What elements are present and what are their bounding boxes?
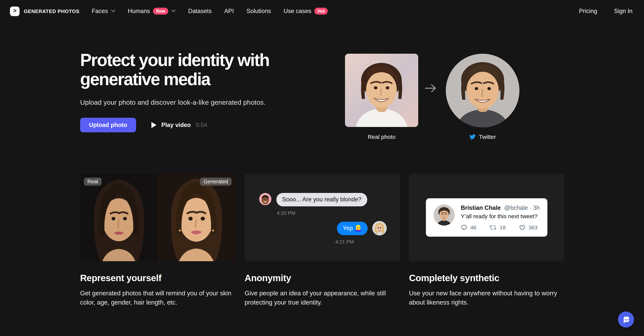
feature-description: Use your new face anywhere without havin… [409, 289, 564, 307]
feature-description: Give people an idea of your appearance, … [244, 289, 400, 307]
nav-item-label: Solutions [246, 8, 271, 15]
tweet-stats-row: 46 18 363 [461, 224, 540, 231]
tweet-text: Y’all ready for this next tweet? [461, 213, 540, 219]
play-video-label: Play video [162, 122, 191, 129]
hero-copy: Protect your identity with generative me… [80, 51, 302, 132]
feature-completely-synthetic: Bristian Chale @bchale · 3h Y’all ready … [409, 174, 564, 307]
features-section: Real Generated Represent yourself Get ge… [0, 174, 644, 307]
chat-avatar-out [372, 221, 387, 235]
tweet-likes: 363 [519, 224, 538, 231]
nav-item-sign-in[interactable]: Sign In [614, 8, 632, 15]
heart-icon [519, 224, 525, 231]
nav-item-solutions[interactable]: Solutions [246, 8, 271, 15]
hot-badge: Hot [314, 8, 328, 15]
arrow-right-icon [425, 84, 438, 93]
chat-avatar-in [259, 193, 272, 205]
brand-name: GENERATED PHOTOS [24, 8, 80, 14]
real-photo-image [345, 54, 418, 127]
nav-right-group: Pricing Sign In [579, 8, 632, 15]
nav-item-humans[interactable]: Humans New [128, 8, 176, 15]
real-tag: Real [84, 178, 102, 186]
nav-item-datasets[interactable]: Datasets [188, 8, 212, 15]
real-photo-caption: Real photo [345, 134, 418, 140]
incoming-message-bubble: Sooo... Are you really blonde? [276, 193, 367, 206]
chevron-down-icon [111, 10, 115, 13]
chat-launcher-button[interactable] [618, 311, 634, 327]
tweet-retweets: 18 [490, 224, 506, 231]
nav-item-label: Datasets [188, 8, 212, 15]
outgoing-message-time: 4:21 PM [259, 239, 387, 245]
nav-item-use-cases[interactable]: Use cases Hot [284, 8, 328, 15]
outgoing-message-row: Yep 👱‍♀️ [259, 221, 387, 235]
twitter-caption-label: Twitter [479, 134, 496, 140]
new-badge: New [153, 8, 168, 15]
nav-item-label: Humans [128, 8, 150, 15]
play-icon [152, 122, 156, 128]
nav-item-pricing[interactable]: Pricing [579, 8, 597, 15]
hero-title-line2: generative media [80, 70, 210, 89]
chat-bubble-smile-icon [622, 315, 630, 324]
reply-count: 46 [470, 224, 476, 230]
top-nav-bar: > GENERATED PHOTOS Faces Humans New Data… [0, 0, 644, 22]
tweet-header: Bristian Chale @bchale · 3h [461, 204, 540, 211]
video-duration: 0:54 [196, 122, 207, 129]
real-vs-generated-image: Real Generated [80, 174, 235, 261]
feature-title: Completely synthetic [409, 273, 564, 283]
feature-represent-yourself: Real Generated Represent yourself Get ge… [80, 174, 235, 307]
brand-logo-icon: > [10, 6, 20, 16]
generated-photos-landing-page: > GENERATED PHOTOS Faces Humans New Data… [0, 0, 644, 336]
incoming-message-time: 4:20 PM [277, 210, 387, 216]
retweet-icon [490, 224, 496, 231]
tweet-mockup: Bristian Chale @bchale · 3h Y’all ready … [409, 174, 564, 261]
hero-title-line1: Protect your identity with [80, 50, 269, 70]
chevron-down-icon [171, 10, 176, 13]
nav-item-faces[interactable]: Faces [92, 8, 115, 15]
generated-woman-photo [158, 174, 235, 261]
tweet-replies: 46 [461, 224, 476, 231]
nav-item-label: Use cases [284, 8, 312, 15]
hero-section: Protect your identity with generative me… [0, 22, 644, 174]
outgoing-message-bubble: Yep 👱‍♀️ [337, 221, 368, 235]
generated-tag: Generated [200, 178, 232, 186]
nav-item-api[interactable]: API [224, 8, 234, 15]
tweet-body: Bristian Chale @bchale · 3h Y’all ready … [461, 204, 540, 231]
upload-photo-button[interactable]: Upload photo [80, 118, 136, 132]
nav-item-label: Faces [92, 8, 108, 15]
twitter-caption: Twitter [446, 134, 520, 140]
chat-mockup: Sooo... Are you really blonde? 4:20 PM Y… [244, 174, 400, 261]
generated-photo-image [446, 54, 520, 127]
nav-item-label: API [224, 8, 234, 15]
hero-title: Protect your identity with generative me… [80, 51, 302, 89]
feature-description: Get generated photos that will remind yo… [80, 289, 235, 307]
incoming-message-row: Sooo... Are you really blonde? [259, 193, 387, 206]
tweet-card: Bristian Chale @bchale · 3h Y’all ready … [426, 198, 548, 237]
tweet-author-handle: @bchale · 3h [504, 204, 540, 211]
play-video-button[interactable]: Play video 0:54 [152, 122, 208, 129]
hero-actions: Upload photo Play video 0:54 [80, 118, 302, 132]
logo-glyph: > [13, 8, 17, 14]
hero-subtitle: Upload your photo and discover look-a-li… [80, 99, 302, 107]
primary-nav: Faces Humans New Datasets API Solutions … [92, 8, 328, 15]
retweet-count: 18 [500, 224, 506, 230]
like-count: 363 [528, 224, 538, 230]
tweet-avatar [434, 204, 455, 225]
feature-title: Represent yourself [80, 273, 235, 283]
real-woman-photo [80, 174, 158, 261]
feature-anonymity: Sooo... Are you really blonde? 4:20 PM Y… [244, 174, 400, 307]
tweet-author-name: Bristian Chale [461, 204, 501, 211]
reply-icon [461, 224, 467, 231]
feature-title: Anonymity [244, 273, 400, 283]
brand-logo-link[interactable]: > GENERATED PHOTOS [10, 6, 80, 16]
twitter-icon [470, 134, 476, 140]
